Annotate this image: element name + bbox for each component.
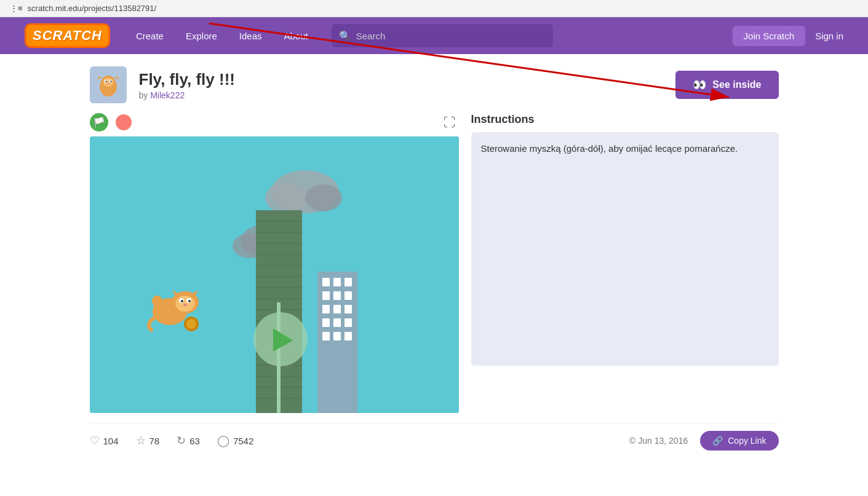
svg-rect-43 <box>322 318 330 327</box>
date-text: © Jun 13, 2016 <box>629 436 688 446</box>
nav-links: Create Explore Ideas About 🔍 <box>125 17 733 54</box>
nav-ideas[interactable]: Ideas <box>228 17 273 54</box>
eye-icon: 👀 <box>693 78 706 92</box>
svg-rect-35 <box>333 278 341 286</box>
instructions-text: Sterowanie myszką (góra-dół), aby omijać… <box>481 142 769 156</box>
svg-rect-34 <box>322 278 330 286</box>
remix-icon: ↻ <box>177 434 186 447</box>
search-icon: 🔍 <box>339 30 351 42</box>
svg-rect-42 <box>344 305 352 313</box>
views-icon: ◯ <box>217 434 229 447</box>
svg-point-2 <box>103 78 113 87</box>
stage-controls: 🏳️ ⛶ <box>90 113 459 132</box>
green-flag-button[interactable]: 🏳️ <box>90 113 108 132</box>
favorites-stat: ☆ 78 <box>136 434 160 447</box>
stop-button[interactable] <box>116 114 132 130</box>
project-body: 🏳️ ⛶ <box>90 113 779 413</box>
nav-about[interactable]: About <box>273 17 319 54</box>
scratch-logo[interactable]: SCRATCH <box>25 23 110 48</box>
project-author: by Milek222 <box>139 90 235 100</box>
views-stat: ◯ 7542 <box>217 434 253 447</box>
svg-rect-45 <box>344 318 352 327</box>
address-bar: ⋮≡ scratch.mit.edu/projects/113582791/ <box>0 0 868 17</box>
svg-rect-46 <box>322 332 330 341</box>
link-icon: 🔗 <box>712 436 723 446</box>
remixes-count: 63 <box>189 436 200 446</box>
project-thumbnail <box>90 66 127 103</box>
date-value: Jun 13, 2016 <box>638 436 688 446</box>
project-header: Fly, fly, fly !!! by Milek222 👀 See insi… <box>90 66 779 103</box>
instructions-title: Instructions <box>471 113 779 126</box>
remixes-stat: ↻ 63 <box>177 434 200 447</box>
svg-rect-41 <box>333 305 341 313</box>
copy-link-button[interactable]: 🔗 Copy Link <box>700 431 778 451</box>
join-scratch-button[interactable]: Join Scratch <box>733 26 806 46</box>
see-inside-label: See inside <box>712 79 761 90</box>
game-scene <box>90 136 459 413</box>
tab-icon: ⋮≡ <box>10 4 23 13</box>
project-info: Fly, fly, fly !!! by Milek222 <box>139 70 235 100</box>
stage-canvas <box>90 136 459 413</box>
instructions-panel: Instructions Sterowanie myszką (góra-dół… <box>471 113 779 413</box>
svg-point-5 <box>105 81 106 82</box>
instructions-box: Sterowanie myszką (góra-dół), aby omijać… <box>471 132 779 366</box>
stats-bar: ♡ 104 ☆ 78 ↻ 63 ◯ 7542 © Jun 13, 2016 🔗 … <box>90 423 779 458</box>
author-prefix: by <box>139 90 148 100</box>
nav-explore[interactable]: Explore <box>175 17 228 54</box>
svg-rect-38 <box>333 291 341 300</box>
svg-point-7 <box>107 83 109 84</box>
url-text: scratch.mit.edu/projects/113582791/ <box>28 4 157 13</box>
svg-rect-37 <box>322 291 330 300</box>
see-inside-button[interactable]: 👀 See inside <box>675 71 778 99</box>
svg-rect-47 <box>333 332 341 341</box>
nav-create[interactable]: Create <box>125 17 175 54</box>
date-prefix: © <box>629 436 635 446</box>
sign-in-button[interactable]: Sign in <box>815 31 843 41</box>
svg-rect-36 <box>344 278 352 286</box>
search-bar: 🔍 <box>332 24 553 47</box>
search-input[interactable] <box>356 31 546 41</box>
loves-stat: ♡ 104 <box>90 434 119 447</box>
svg-rect-44 <box>333 318 341 327</box>
stats-right: © Jun 13, 2016 🔗 Copy Link <box>629 431 778 451</box>
svg-point-6 <box>110 81 111 82</box>
svg-rect-48 <box>344 332 352 341</box>
loves-count: 104 <box>103 436 119 446</box>
svg-rect-39 <box>344 291 352 300</box>
svg-point-10 <box>265 183 308 213</box>
svg-point-58 <box>188 300 191 302</box>
fullscreen-button[interactable]: ⛶ <box>440 113 459 132</box>
svg-point-57 <box>181 300 183 302</box>
star-icon: ☆ <box>136 434 146 447</box>
main-content: Fly, fly, fly !!! by Milek222 👀 See insi… <box>65 54 803 470</box>
project-title: Fly, fly, fly !!! <box>139 70 235 89</box>
favorites-count: 78 <box>149 436 160 446</box>
svg-point-11 <box>305 184 342 211</box>
nav-right: Join Scratch Sign in <box>733 26 843 46</box>
navbar: SCRATCH Create Explore Ideas About 🔍 Joi… <box>0 17 868 54</box>
svg-point-59 <box>183 304 187 306</box>
svg-point-61 <box>186 319 196 329</box>
views-count: 7542 <box>233 436 253 446</box>
author-link[interactable]: Milek222 <box>150 90 185 100</box>
stage-container: 🏳️ ⛶ <box>90 113 459 413</box>
svg-rect-40 <box>322 305 330 313</box>
project-title-area: Fly, fly, fly !!! by Milek222 <box>90 66 235 103</box>
copy-link-label: Copy Link <box>728 436 766 446</box>
heart-icon: ♡ <box>90 434 100 447</box>
